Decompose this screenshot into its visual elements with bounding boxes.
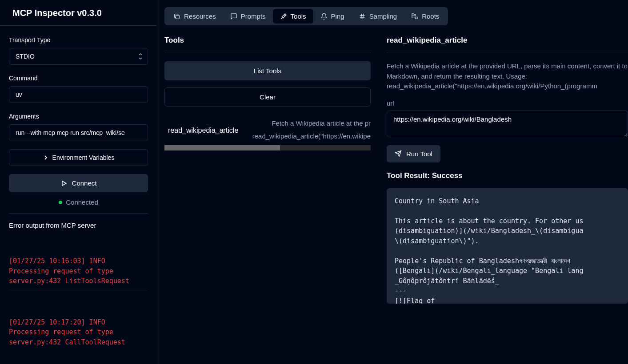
app-title: MCP Inspector v0.3.0	[0, 0, 157, 26]
chevron-right-icon	[43, 154, 49, 161]
hash-icon	[359, 13, 366, 20]
command-label: Command	[9, 75, 148, 82]
list-tools-button[interactable]: List Tools	[164, 61, 371, 80]
log-entry: [01/27/25 10:16:03] INFO Processing requ…	[9, 256, 148, 291]
hammer-icon	[280, 13, 287, 20]
arguments-input[interactable]	[9, 124, 148, 141]
tools-title: Tools	[164, 36, 371, 53]
arguments-label: Arguments	[9, 113, 148, 120]
transport-type-select[interactable]: STDIO	[9, 48, 148, 65]
bell-icon	[320, 13, 328, 20]
tab-roots[interactable]: Roots	[404, 9, 446, 24]
command-input[interactable]	[9, 86, 148, 103]
result-title: Tool Result: Success	[387, 171, 628, 180]
run-tool-button[interactable]: Run Tool	[387, 145, 440, 162]
connect-button[interactable]: Connect	[9, 174, 148, 192]
error-output-label: Error output from MCP server	[9, 222, 148, 229]
tools-list-pane: Tools List Tools Clear read_wikipedia_ar…	[164, 36, 387, 364]
message-icon	[230, 13, 237, 20]
tool-list-item[interactable]: read_wikipedia_article Fetch a Wikipedia…	[164, 117, 371, 150]
horizontal-scrollbar[interactable]	[164, 145, 371, 150]
tool-detail-pane: read_wikipedia_article Fetch a Wikipedia…	[387, 36, 628, 364]
svg-rect-0	[176, 15, 179, 19]
main: Resources Prompts Tools Ping Sampling Ro…	[157, 0, 628, 364]
connect-label: Connect	[72, 179, 97, 187]
folder-tree-icon	[411, 13, 418, 20]
copy-icon	[173, 13, 180, 20]
tool-item-desc: Fetch a Wikipedia article at the pr read…	[252, 117, 371, 142]
sidebar: MCP Inspector v0.3.0 Transport Type STDI…	[0, 0, 157, 364]
tab-tools[interactable]: Tools	[273, 9, 313, 24]
tab-resources[interactable]: Resources	[166, 9, 223, 24]
tool-item-name: read_wikipedia_article	[164, 123, 242, 137]
run-tool-label: Run Tool	[406, 150, 432, 158]
env-vars-button[interactable]: Environment Variables	[9, 149, 148, 166]
clear-button[interactable]: Clear	[164, 87, 371, 107]
status-dot-icon	[59, 201, 62, 204]
tab-ping[interactable]: Ping	[313, 9, 352, 24]
connection-status: Connected	[9, 198, 148, 214]
tab-sampling[interactable]: Sampling	[352, 9, 404, 24]
result-output[interactable]: Country in South Asia This article is ab…	[387, 188, 628, 304]
url-input[interactable]	[387, 111, 628, 137]
transport-type-label: Transport Type	[9, 36, 148, 44]
log-entry: [01/27/25 10:17:20] INFO Processing requ…	[9, 317, 148, 352]
env-vars-label: Environment Variables	[52, 154, 115, 161]
send-icon	[395, 150, 402, 157]
play-icon	[60, 180, 68, 187]
tab-prompts[interactable]: Prompts	[223, 9, 273, 24]
tool-detail-title: read_wikipedia_article	[387, 36, 628, 53]
tool-description: Fetch a Wikipedia article at the provide…	[387, 61, 628, 91]
error-log: [01/27/25 10:16:03] INFO Processing requ…	[9, 236, 148, 364]
param-label-url: url	[387, 99, 628, 107]
tab-bar: Resources Prompts Tools Ping Sampling Ro…	[164, 7, 448, 25]
status-text: Connected	[66, 198, 98, 206]
